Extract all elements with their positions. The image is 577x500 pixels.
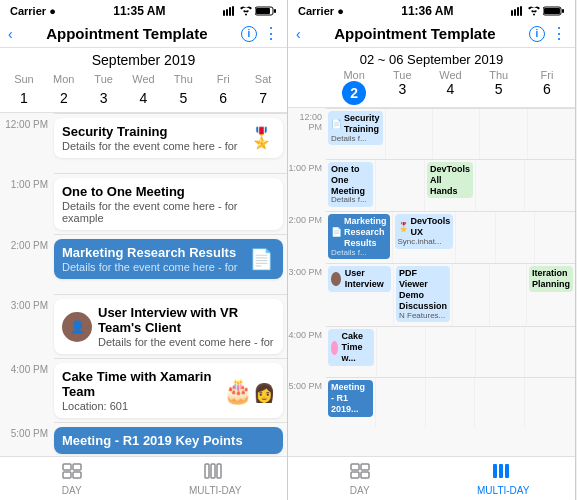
col-tue-dom[interactable]: 3 <box>378 81 426 97</box>
event-security-icon: 🎖️ <box>247 126 275 150</box>
event-meeting-title: Meeting - R1 2019 Key Points <box>62 433 275 448</box>
mini-userinterview[interactable]: User Interview <box>328 266 391 292</box>
right-tab-day[interactable]: DAY <box>288 457 432 500</box>
right-nav-title: Appointment Template <box>301 25 529 42</box>
left-more-button[interactable]: ⋮ <box>263 24 279 43</box>
mini-marketing[interactable]: 📄 Marketing Research Results Details f..… <box>328 214 390 259</box>
events-col-300: 👤 User Interview with VR Team's Client D… <box>54 294 287 358</box>
right-info-button[interactable]: i <box>529 26 545 42</box>
col-tue: Tue 3 <box>378 69 426 105</box>
left-info-button[interactable]: i <box>241 26 257 42</box>
col-thu-dow: Thu <box>475 69 523 81</box>
event-marketing-text: Marketing Research Results Details for t… <box>62 245 241 273</box>
mcell-200-0: 📄 Marketing Research Results Details f..… <box>326 212 393 263</box>
mcell-300-1: PDF Viewer Demo Discussion N Features... <box>394 264 453 326</box>
mcell-500-3 <box>475 378 525 428</box>
date-7[interactable]: 7 <box>243 88 283 108</box>
time-row-1200: 12:00 PM Security Training Details for t… <box>0 113 287 173</box>
svg-rect-29 <box>505 464 509 478</box>
left-tab-multiday-label: MULTI-DAY <box>189 485 241 496</box>
event-one2one-title: One to One Meeting <box>62 184 275 199</box>
date-today[interactable]: 2 <box>44 90 84 106</box>
left-week-dates: 1 2 3 4 5 6 7 <box>0 88 287 113</box>
mini-pdfviewer[interactable]: PDF Viewer Demo Discussion N Features... <box>396 266 450 322</box>
svg-rect-28 <box>499 464 503 478</box>
event-marketing[interactable]: Marketing Research Results Details for t… <box>54 239 283 279</box>
mcell-100-3 <box>476 160 526 211</box>
date-6[interactable]: 6 <box>203 88 243 108</box>
col-mon-dom[interactable]: 2 <box>342 81 366 105</box>
date-3[interactable]: 3 <box>84 88 124 108</box>
mrow-1200: 12:00 PM 📄 Security Training Details f..… <box>288 108 575 159</box>
svg-rect-3 <box>232 6 234 16</box>
time-label-1200: 12:00 PM <box>0 113 54 130</box>
left-panel: Carrier ● 11:35 AM ‹ Appointment Templat… <box>0 0 288 500</box>
mtime-100: 1:00 PM <box>288 159 326 173</box>
event-caketime-title: Cake Time with Xamarin Team <box>62 369 217 399</box>
event-security-title: Security Training <box>62 124 241 139</box>
mtime-500: 5:00 PM <box>288 377 326 391</box>
mini-devtoolsux[interactable]: 🎖️ DevTools UX Sync.inhat... <box>395 214 454 248</box>
date-2[interactable]: 2 <box>44 88 84 108</box>
col-fri-dom[interactable]: 6 <box>523 81 571 97</box>
mcell-300-3 <box>490 264 527 326</box>
svg-rect-9 <box>73 464 81 470</box>
svg-rect-13 <box>211 464 215 478</box>
mini-security[interactable]: 📄 Security Training Details f... <box>328 111 383 145</box>
event-caketime[interactable]: Cake Time with Xamarin Team Location: 60… <box>54 363 283 418</box>
left-time: 11:35 AM <box>113 4 165 18</box>
col-wed-dom[interactable]: 4 <box>426 81 474 97</box>
mcell-400-0: Cake Time w... <box>326 327 377 377</box>
date-4[interactable]: 4 <box>124 88 164 108</box>
mtime-300: 3:00 PM <box>288 263 326 277</box>
date-1[interactable]: 1 <box>4 88 44 108</box>
event-userinterview-title: User Interview with VR Team's Client <box>98 305 275 335</box>
mcells-300: User Interview PDF Viewer Demo Discussio… <box>326 263 575 326</box>
left-tab-day[interactable]: DAY <box>0 457 144 500</box>
left-nav-bar: ‹ Appointment Template i ⋮ <box>0 20 287 48</box>
left-tab-day-label: DAY <box>62 485 82 496</box>
mrow-500: 5:00 PM Meeting - R1 2019... <box>288 377 575 428</box>
date-5[interactable]: 5 <box>163 88 203 108</box>
mcell-1200-1 <box>386 109 433 159</box>
time-row-500: 5:00 PM Meeting - R1 2019 Key Points <box>0 422 287 456</box>
mtime-1200: 12:00 PM <box>288 108 326 132</box>
right-time: 11:36 AM <box>401 4 453 18</box>
mcell-1200-4 <box>528 109 575 159</box>
right-tab-multiday[interactable]: MULTI-DAY <box>432 457 576 500</box>
left-day-icon <box>62 463 82 484</box>
event-one2one[interactable]: One to One Meeting Details for the event… <box>54 178 283 230</box>
event-security-training[interactable]: Security Training Details for the event … <box>54 118 283 158</box>
svg-rect-11 <box>73 472 81 478</box>
svg-rect-2 <box>229 7 231 16</box>
right-nav-bar: ‹ Appointment Template i ⋮ <box>288 20 575 48</box>
event-one2one-text: One to One Meeting Details for the event… <box>62 184 275 224</box>
mini-iteration[interactable]: Iteration Planning <box>529 266 573 292</box>
mini-one2one[interactable]: One to One Meeting Details f... <box>328 162 373 207</box>
mini-devtools-allhands[interactable]: DevTools All Hands <box>427 162 473 198</box>
time-label-400: 4:00 PM <box>0 358 54 375</box>
event-meeting-text: Meeting - R1 2019 Key Points <box>62 433 275 448</box>
svg-rect-21 <box>544 8 560 14</box>
event-userinterview[interactable]: 👤 User Interview with VR Team's Client D… <box>54 299 283 354</box>
svg-rect-14 <box>217 464 221 478</box>
mini-security-title: Security Training <box>344 113 380 135</box>
right-tab-day-label: DAY <box>350 485 370 496</box>
left-schedule: 12:00 PM Security Training Details for t… <box>0 113 287 456</box>
event-meeting[interactable]: Meeting - R1 2019 Key Points <box>54 427 283 454</box>
mcell-500-2 <box>426 378 476 428</box>
mcells-400: Cake Time w... <box>326 326 575 377</box>
mcell-100-1 <box>376 160 426 211</box>
right-more-button[interactable]: ⋮ <box>551 24 567 43</box>
mcells-1200: 📄 Security Training Details f... <box>326 108 575 159</box>
mcell-500-0: Meeting - R1 2019... <box>326 378 376 428</box>
mtime-200: 2:00 PM <box>288 211 326 225</box>
col-thu-dom[interactable]: 5 <box>475 81 523 97</box>
svg-rect-8 <box>63 464 71 470</box>
svg-rect-0 <box>223 10 225 16</box>
left-tab-multiday[interactable]: MULTI-DAY <box>144 457 288 500</box>
time-label-500: 5:00 PM <box>0 422 54 439</box>
mini-caketime[interactable]: Cake Time w... <box>328 329 374 365</box>
mini-meeting-r1[interactable]: Meeting - R1 2019... <box>328 380 373 416</box>
col-thu: Thu 5 <box>475 69 523 105</box>
